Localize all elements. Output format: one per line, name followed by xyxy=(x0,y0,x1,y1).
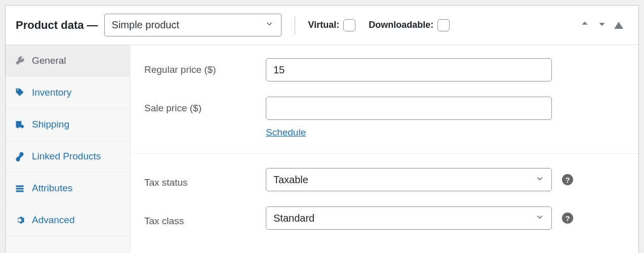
tax-class-select[interactable]: Standard xyxy=(266,206,552,230)
product-data-panel: Product data — Simple product Virtual: D… xyxy=(5,5,639,253)
tab-attributes[interactable]: Attributes xyxy=(6,173,130,204)
downloadable-group: Downloadable: xyxy=(369,19,450,31)
move-down-icon[interactable] xyxy=(597,19,607,31)
tax-status-select[interactable]: Taxable xyxy=(266,168,552,191)
row-sale-price: Sale price ($) Schedule xyxy=(144,97,624,138)
tab-label: Linked Products xyxy=(32,151,101,162)
tab-advanced[interactable]: Advanced xyxy=(6,204,130,236)
tab-label: General xyxy=(32,55,66,66)
virtual-checkbox[interactable] xyxy=(343,19,355,31)
tab-label: Shipping xyxy=(32,119,69,130)
chevron-down-icon xyxy=(265,19,274,31)
tab-label: Attributes xyxy=(32,183,72,194)
tax-class-value: Standard xyxy=(273,213,314,224)
tab-linked-products[interactable]: Linked Products xyxy=(6,141,130,173)
regular-price-label: Regular price ($) xyxy=(144,58,266,75)
list-icon xyxy=(15,183,25,193)
truck-icon xyxy=(15,119,25,130)
tab-label: Inventory xyxy=(32,87,71,98)
virtual-group: Virtual: xyxy=(308,19,356,31)
panel-body: General Inventory Shipping Linked Produc… xyxy=(6,45,638,253)
move-up-icon[interactable] xyxy=(580,19,590,31)
help-icon[interactable]: ? xyxy=(562,213,573,224)
tab-shipping[interactable]: Shipping xyxy=(6,109,130,141)
product-type-select[interactable]: Simple product xyxy=(104,14,281,36)
regular-price-input[interactable] xyxy=(266,58,552,81)
sale-price-input[interactable] xyxy=(266,97,552,120)
row-regular-price: Regular price ($) xyxy=(144,58,624,81)
chevron-down-icon xyxy=(535,213,544,224)
sale-price-label: Sale price ($) xyxy=(144,97,266,114)
product-data-tabs: General Inventory Shipping Linked Produc… xyxy=(6,45,130,253)
panel-header-controls xyxy=(580,19,628,31)
divider xyxy=(130,153,638,154)
tab-inventory[interactable]: Inventory xyxy=(6,77,130,109)
downloadable-label: Downloadable: xyxy=(369,20,433,30)
product-type-value: Simple product xyxy=(112,19,179,31)
tax-status-label: Tax status xyxy=(144,171,266,188)
tab-general[interactable]: General xyxy=(6,45,130,77)
panel-header: Product data — Simple product Virtual: D… xyxy=(6,6,638,45)
panel-title: Product data — xyxy=(16,19,98,32)
downloadable-checkbox[interactable] xyxy=(437,19,450,31)
separator xyxy=(295,17,295,34)
schedule-link[interactable]: Schedule xyxy=(266,127,306,138)
tag-icon xyxy=(15,88,25,98)
tab-label: Advanced xyxy=(32,215,75,226)
virtual-label: Virtual: xyxy=(308,20,340,30)
chevron-down-icon xyxy=(535,174,544,186)
tax-status-value: Taxable xyxy=(273,174,308,186)
row-tax-class: Tax class Standard ? xyxy=(144,206,624,230)
gear-icon xyxy=(15,215,25,225)
toggle-panel-icon[interactable] xyxy=(614,22,623,29)
wrench-icon xyxy=(15,56,25,66)
link-icon xyxy=(15,151,25,161)
tax-class-label: Tax class xyxy=(144,209,266,227)
tab-panel-general: Regular price ($) Sale price ($) Schedul… xyxy=(130,45,638,253)
help-icon[interactable]: ? xyxy=(562,174,573,185)
row-tax-status: Tax status Taxable ? xyxy=(144,168,624,191)
